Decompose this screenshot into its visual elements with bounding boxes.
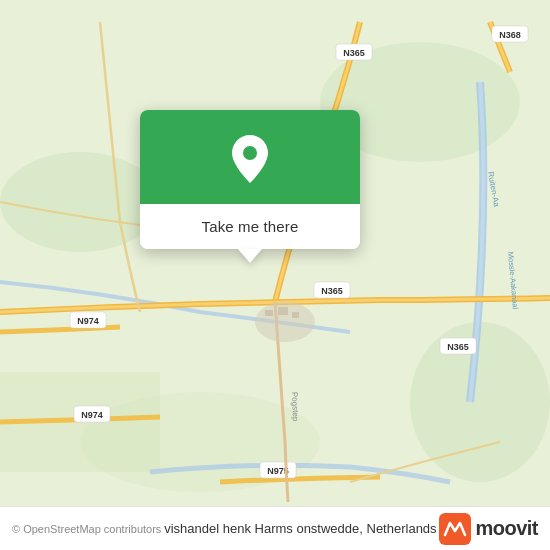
svg-text:N365: N365 <box>321 286 343 296</box>
svg-rect-24 <box>265 310 273 316</box>
map-svg: N368 N365 N365 N365 N974 N974 N975 Pogst… <box>0 0 550 550</box>
svg-rect-26 <box>292 312 299 318</box>
svg-point-27 <box>243 146 257 160</box>
svg-text:N365: N365 <box>343 48 365 58</box>
take-me-there-button[interactable]: Take me there <box>202 218 299 235</box>
svg-text:N365: N365 <box>447 342 469 352</box>
svg-text:N368: N368 <box>499 30 521 40</box>
svg-text:N974: N974 <box>81 410 103 420</box>
footer-bar: © OpenStreetMap contributors vishandel h… <box>0 506 550 550</box>
place-name: vishandel henk Harms onstwedde, Netherla… <box>164 521 436 536</box>
map-container[interactable]: N368 N365 N365 N365 N974 N974 N975 Pogst… <box>0 0 550 550</box>
svg-point-4 <box>410 322 550 482</box>
location-pin-icon <box>223 132 277 186</box>
popup-card: Take me there <box>140 110 360 249</box>
svg-text:Pogstep: Pogstep <box>290 392 300 422</box>
moovit-icon <box>439 513 471 545</box>
svg-text:N974: N974 <box>77 316 99 326</box>
moovit-logo: moovit <box>439 513 538 545</box>
svg-rect-25 <box>278 307 288 315</box>
footer-left: © OpenStreetMap contributors <box>12 523 161 535</box>
svg-point-2 <box>0 152 160 252</box>
osm-attribution: © OpenStreetMap contributors <box>12 523 161 535</box>
moovit-brand-text: moovit <box>475 517 538 540</box>
popup-button-area[interactable]: Take me there <box>140 204 360 249</box>
popup-header <box>140 110 360 204</box>
